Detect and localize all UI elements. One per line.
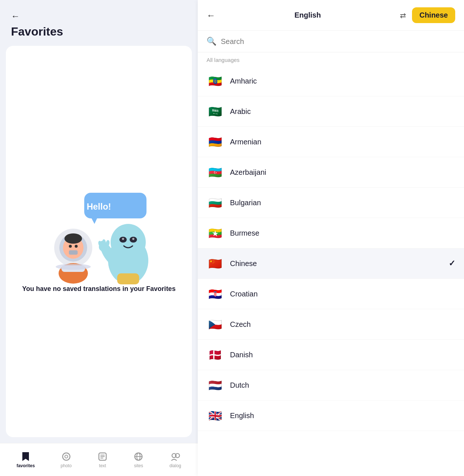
dialog-nav-icon [170, 451, 181, 462]
language-name: English [230, 412, 455, 420]
sites-nav-icon [133, 451, 144, 462]
flag-icon: 🇨🇳 [207, 255, 223, 272]
svg-point-26 [65, 455, 68, 458]
flag-icon: 🇭🇷 [207, 285, 223, 302]
text-nav-icon [97, 451, 108, 462]
svg-marker-1 [92, 218, 97, 224]
nav-favorites-label: favorites [16, 463, 35, 468]
nav-dialog[interactable]: dialog [164, 449, 187, 471]
flag-icon: 🇦🇲 [207, 133, 223, 150]
bottom-navigation: favorites photo text [0, 443, 198, 476]
language-selector-header: ← English ⇄ Chinese [198, 0, 464, 31]
language-list-item[interactable]: 🇪🇹Amharic [198, 66, 464, 96]
nav-sites[interactable]: sites [127, 449, 149, 471]
nav-dialog-label: dialog [170, 463, 181, 468]
flag-icon: 🇲🇲 [207, 225, 223, 241]
language-list: 🇪🇹Amharic🇸🇦Arabic🇦🇲Armenian🇦🇿Azerbaijani… [198, 66, 464, 476]
language-list-item[interactable]: 🇦🇿Azerbaijani [198, 157, 464, 188]
svg-point-6 [64, 233, 82, 244]
language-name: Czech [230, 320, 455, 329]
nav-text[interactable]: text [92, 449, 114, 471]
flag-icon: 🇧🇬 [207, 194, 223, 211]
language-name: Arabic [230, 107, 455, 116]
language-name: Chinese [230, 259, 442, 268]
nav-sites-label: sites [134, 463, 143, 468]
source-language-label: English [221, 11, 394, 19]
left-back-button[interactable]: ← [11, 11, 20, 21]
svg-rect-24 [117, 273, 139, 284]
svg-point-18 [132, 238, 134, 240]
svg-point-25 [63, 453, 70, 460]
language-name: Armenian [230, 138, 455, 146]
search-icon: 🔍 [207, 37, 216, 46]
right-panel: ← English ⇄ Chinese 🔍 All languages 🇪🇹Am… [198, 0, 464, 476]
language-name: Croatian [230, 290, 455, 298]
language-list-item[interactable]: 🇨🇿Czech [198, 309, 464, 340]
svg-rect-9 [69, 250, 78, 255]
svg-text:Hello!: Hello! [87, 202, 111, 211]
flag-icon: 🇳🇱 [207, 377, 223, 394]
left-panel: ← Favorites Hello! [0, 0, 198, 476]
right-back-button[interactable]: ← [207, 10, 215, 21]
language-list-item[interactable]: 🇦🇲Armenian [198, 127, 464, 157]
language-list-item[interactable]: 🇳🇱Dutch [198, 370, 464, 401]
nav-photo-label: photo [61, 463, 72, 468]
language-list-item[interactable]: 🇩🇰Danish [198, 340, 464, 370]
language-name: Amharic [230, 77, 455, 85]
svg-point-8 [75, 245, 78, 248]
flag-icon: 🇩🇰 [207, 346, 223, 363]
swap-languages-button[interactable]: ⇄ [400, 11, 406, 20]
photo-nav-icon [61, 451, 71, 462]
nav-photo[interactable]: photo [55, 449, 78, 471]
page-title: Favorites [0, 25, 198, 46]
nav-favorites[interactable]: favorites [11, 449, 41, 471]
language-name: Bulgarian [230, 199, 455, 207]
language-name: Azerbaijani [230, 168, 455, 177]
language-search-bar: 🔍 [198, 31, 464, 52]
language-name: Dutch [230, 381, 455, 390]
nav-text-label: text [99, 463, 106, 468]
language-list-item[interactable]: 🇸🇦Arabic [198, 96, 464, 127]
language-list-item[interactable]: 🇬🇧English [198, 401, 464, 431]
favorites-illustration: Hello! [40, 189, 157, 284]
empty-favorites-text: You have no saved translations in your F… [22, 284, 176, 294]
flag-icon: 🇦🇿 [207, 164, 223, 181]
flag-icon: 🇬🇧 [207, 407, 223, 424]
left-header: ← [0, 0, 198, 25]
svg-point-17 [122, 238, 124, 240]
language-list-item[interactable]: 🇭🇷Croatian [198, 279, 464, 309]
language-list-item[interactable]: 🇲🇲Burmese [198, 218, 464, 248]
language-name: Danish [230, 351, 455, 359]
svg-point-7 [69, 245, 72, 248]
svg-point-14 [111, 224, 146, 261]
favorites-nav-icon [21, 451, 31, 462]
selected-checkmark: ✓ [449, 259, 455, 268]
language-name: Burmese [230, 229, 455, 237]
language-list-item[interactable]: 🇨🇳Chinese✓ [198, 248, 464, 279]
favorites-empty-card: Hello! [6, 46, 192, 437]
flag-icon: 🇨🇿 [207, 316, 223, 333]
language-list-item[interactable]: 🇧🇬Bulgarian [198, 188, 464, 218]
language-search-input[interactable] [221, 37, 455, 46]
svg-point-12 [56, 264, 91, 270]
all-languages-label: All languages [198, 52, 464, 66]
flag-icon: 🇪🇹 [207, 73, 223, 89]
flag-icon: 🇸🇦 [207, 103, 223, 120]
target-language-badge[interactable]: Chinese [412, 7, 455, 23]
